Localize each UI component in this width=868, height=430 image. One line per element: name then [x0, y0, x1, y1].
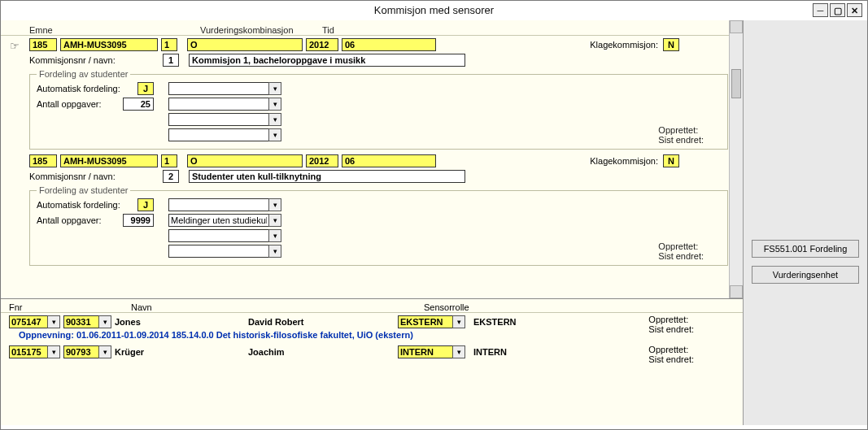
fordeling-fieldset: Fordeling av studenterAutomatisk fordeli…	[29, 185, 728, 266]
klagekommisjon-field[interactable]: N	[663, 154, 679, 167]
klagekommisjon-label: Klagekommisjon:	[590, 156, 658, 166]
emne-code-1[interactable]: 185	[29, 154, 57, 167]
month-field[interactable]: 06	[342, 38, 436, 51]
slot-select[interactable]: ▾	[168, 113, 281, 126]
slot-select[interactable]: ▾	[168, 214, 281, 227]
slot-input[interactable]	[168, 128, 269, 141]
slot-input[interactable]	[168, 229, 269, 242]
slot-select[interactable]: ▾	[168, 198, 281, 211]
etternavn: Krüger	[115, 347, 245, 357]
maximize-button[interactable]: ▢	[830, 3, 845, 17]
slot-input[interactable]	[168, 98, 269, 111]
vkomb-field[interactable]: O	[187, 38, 303, 51]
rolle-select[interactable]: ▾	[398, 345, 465, 358]
opprettet-label: Opprettet:	[648, 315, 694, 324]
chevron-down-icon[interactable]: ▾	[98, 345, 111, 358]
etternavn: Jones	[115, 317, 245, 327]
block-meta: Opprettet:Sist endret:	[658, 241, 704, 261]
fnr2-select[interactable]: ▾	[63, 345, 111, 358]
kommnr-label: Kommisjonsnr / navn:	[29, 55, 159, 65]
fnr1-input[interactable]	[9, 315, 48, 328]
minimize-button[interactable]: ─	[813, 3, 828, 17]
slot-input[interactable]	[168, 82, 269, 95]
block-meta: Opprettet:Sist endret:	[658, 125, 704, 145]
scrollbar[interactable]	[729, 20, 743, 298]
chevron-down-icon[interactable]: ▾	[268, 113, 281, 126]
kommnr-field[interactable]: 2	[163, 170, 179, 183]
scroll-up-icon[interactable]	[730, 20, 743, 33]
emne-version[interactable]: 1	[161, 38, 177, 51]
chevron-down-icon[interactable]: ▾	[47, 345, 60, 358]
rolle-input[interactable]	[398, 345, 453, 358]
auto-field[interactable]: J	[137, 82, 154, 95]
chevron-down-icon[interactable]: ▾	[268, 82, 281, 95]
year-field[interactable]: 2012	[306, 154, 338, 167]
slot-select[interactable]: ▾	[168, 229, 281, 242]
pointer-icon: ☞	[10, 40, 20, 52]
sistendret-label: Sist endret:	[658, 251, 704, 261]
commissions-panel: Emne Vurderingskombinasjon Tid ☞185AMH-M…	[1, 20, 743, 299]
year-field[interactable]: 2012	[306, 38, 338, 51]
fs-fordeling-button[interactable]: FS551.001 Fordeling	[752, 240, 859, 258]
antall-label: Antall oppgaver:	[37, 99, 118, 109]
chevron-down-icon[interactable]: ▾	[452, 315, 465, 328]
chevron-down-icon[interactable]: ▾	[268, 98, 281, 111]
fordeling-legend: Fordeling av studenter	[37, 185, 130, 195]
slot-select[interactable]: ▾	[168, 245, 281, 258]
scroll-thumb[interactable]	[731, 69, 741, 98]
col-tid: Tid	[322, 25, 420, 35]
rolle-input[interactable]	[398, 315, 453, 328]
emne-version[interactable]: 1	[161, 154, 177, 167]
antall-field[interactable]: 9999	[123, 214, 154, 227]
commission-block: ☞185AMH-MUS30951O201206Klagekommisjon:NK…	[29, 38, 728, 150]
vurderingsenhet-button[interactable]: Vurderingsenhet	[752, 266, 859, 284]
fnr2-input[interactable]	[63, 315, 99, 328]
vkomb-field[interactable]: O	[187, 154, 303, 167]
col-rolle: Sensorrolle	[424, 302, 587, 312]
chevron-down-icon[interactable]: ▾	[47, 315, 60, 328]
kommnavn-field[interactable]: Kommisjon 1, bacheloroppgave i musikk	[189, 54, 465, 67]
kommnavn-field[interactable]: Studenter uten kull-tilknytning	[189, 170, 465, 183]
col-vkomb: Vurderingskombinasjon	[200, 25, 322, 35]
rolle-select[interactable]: ▾	[398, 315, 465, 328]
chevron-down-icon[interactable]: ▾	[452, 345, 465, 358]
slot-input[interactable]	[168, 245, 269, 258]
auto-field[interactable]: J	[137, 198, 154, 211]
chevron-down-icon[interactable]: ▾	[268, 229, 281, 242]
opprettet-label: Opprettet:	[658, 241, 704, 251]
month-field[interactable]: 06	[342, 154, 436, 167]
slot-input[interactable]	[168, 113, 269, 126]
opprettet-label: Opprettet:	[648, 345, 694, 354]
chevron-down-icon[interactable]: ▾	[268, 214, 281, 227]
chevron-down-icon[interactable]: ▾	[98, 315, 111, 328]
auto-label: Automatisk fordeling:	[37, 84, 133, 93]
side-panel: FS551.001 Fordeling Vurderingsenhet	[744, 20, 867, 425]
emne-code-1[interactable]: 185	[29, 38, 57, 51]
slot-input[interactable]	[168, 214, 269, 227]
fnr1-select[interactable]: ▾	[9, 345, 60, 358]
slot-select[interactable]: ▾	[168, 98, 281, 111]
sensor-row: ▾▾KrügerJoachim▾INTERNOpprettet:Sist end…	[1, 343, 743, 358]
fnr1-select[interactable]: ▾	[9, 315, 60, 328]
emne-code-2[interactable]: AMH-MUS3095	[60, 154, 158, 167]
scroll-down-icon[interactable]	[730, 285, 743, 298]
slot-input[interactable]	[168, 198, 269, 211]
auto-label: Automatisk fordeling:	[37, 200, 133, 210]
sensors-header: Fnr Navn Sensorrolle	[1, 299, 743, 313]
chevron-down-icon[interactable]: ▾	[268, 245, 281, 258]
emne-code-2[interactable]: AMH-MUS3095	[60, 38, 158, 51]
kommnr-field[interactable]: 1	[163, 54, 179, 67]
klagekommisjon-field[interactable]: N	[663, 38, 679, 51]
chevron-down-icon[interactable]: ▾	[268, 198, 281, 211]
slot-select[interactable]: ▾	[168, 82, 281, 95]
fordeling-legend: Fordeling av studenter	[37, 69, 130, 79]
fnr2-input[interactable]	[63, 345, 99, 358]
close-button[interactable]: ✕	[847, 3, 862, 17]
slot-select[interactable]: ▾	[168, 128, 281, 141]
chevron-down-icon[interactable]: ▾	[268, 128, 281, 141]
fnr1-input[interactable]	[9, 345, 48, 358]
antall-field[interactable]: 25	[123, 98, 154, 111]
fnr2-select[interactable]: ▾	[63, 315, 111, 328]
oppnevning-line: Oppnevning: 01.06.2011-01.09.2014 185.14…	[1, 328, 743, 343]
sistendret-label: Sist endret:	[648, 324, 694, 334]
